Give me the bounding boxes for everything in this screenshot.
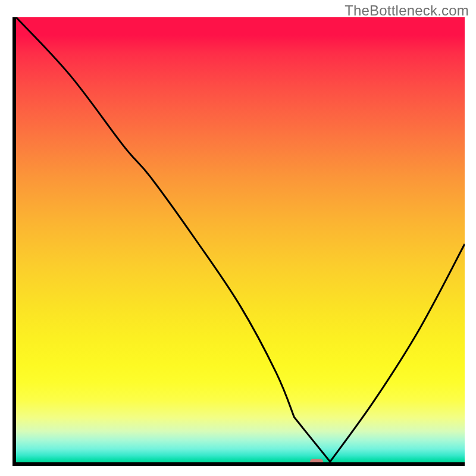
watermark-text: TheBottleneck.com (345, 2, 469, 19)
curve-path (16, 17, 465, 462)
plot-area (12, 17, 465, 466)
chart-stage: TheBottleneck.com (0, 0, 476, 476)
bottleneck-curve (16, 17, 465, 462)
optimal-marker (310, 459, 323, 465)
